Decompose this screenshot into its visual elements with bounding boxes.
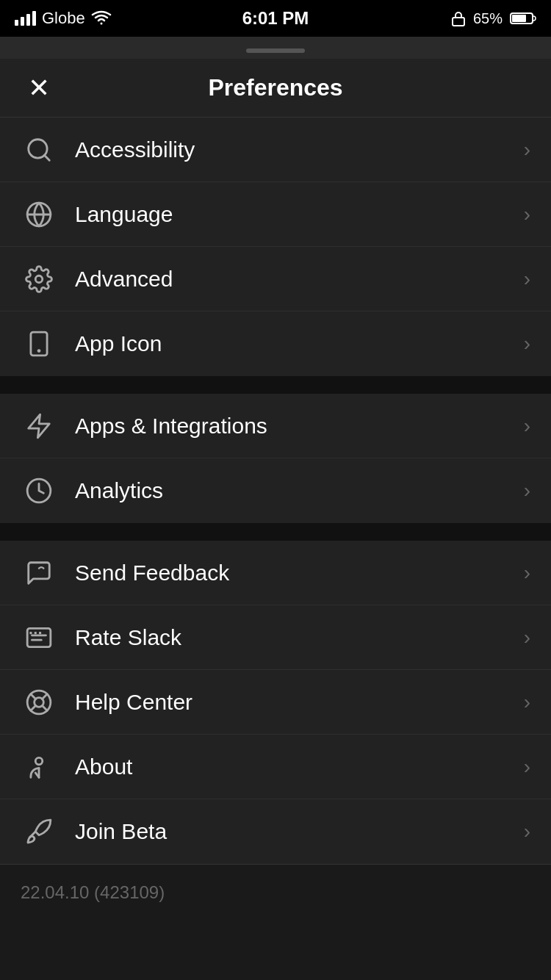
apps-integrations-label: Apps & Integrations [75, 414, 524, 439]
menu-group-3: Send Feedback › Rate Slack › [0, 541, 551, 864]
drag-handle [246, 48, 305, 53]
help-center-label: Help Center [75, 690, 524, 715]
signal-icon [15, 11, 36, 26]
apps-integrations-icon [21, 408, 57, 444]
menu-item-rate-slack[interactable]: Rate Slack › [0, 605, 551, 670]
preferences-header: ✕ Preferences [0, 59, 551, 118]
version-text: 22.04.10 (423109) [21, 882, 165, 902]
svg-rect-0 [453, 18, 464, 26]
join-beta-label: Join Beta [75, 819, 524, 844]
menu-item-help-center[interactable]: Help Center › [0, 670, 551, 735]
menu-item-advanced[interactable]: Advanced › [0, 247, 551, 311]
close-button[interactable]: ✕ [21, 70, 57, 107]
wifi-icon [91, 10, 112, 26]
language-icon [21, 196, 57, 233]
svg-line-20 [31, 693, 36, 699]
menu-item-join-beta[interactable]: Join Beta › [0, 799, 551, 864]
chevron-icon: › [524, 820, 530, 843]
svg-rect-17 [39, 632, 41, 634]
language-label: Language [75, 202, 524, 227]
group-divider-2 [0, 523, 551, 541]
svg-line-22 [42, 693, 47, 699]
app-icon-label: App Icon [75, 331, 524, 356]
chevron-icon: › [524, 691, 530, 714]
chevron-icon: › [524, 332, 530, 356]
chevron-icon: › [524, 561, 530, 585]
accessibility-label: Accessibility [75, 137, 524, 162]
help-center-icon [21, 684, 57, 721]
svg-rect-2 [512, 15, 526, 22]
carrier-label: Globe [42, 9, 85, 28]
advanced-icon [21, 261, 57, 298]
group-divider-1 [0, 376, 551, 394]
time-display: 6:01 PM [242, 8, 309, 29]
svg-line-21 [42, 705, 47, 710]
about-label: About [75, 754, 524, 779]
chevron-icon: › [524, 267, 530, 291]
page-title: Preferences [208, 74, 342, 101]
menu-item-app-icon[interactable]: App Icon › [0, 311, 551, 376]
menu-item-send-feedback[interactable]: Send Feedback › [0, 541, 551, 605]
chevron-icon: › [524, 755, 530, 779]
analytics-label: Analytics [75, 478, 524, 503]
menu-item-about[interactable]: About › [0, 735, 551, 799]
svg-point-24 [35, 757, 43, 765]
menu-item-apps-integrations[interactable]: Apps & Integrations › [0, 394, 551, 458]
analytics-icon [21, 472, 57, 509]
join-beta-icon [21, 813, 57, 850]
menu-group-1: Accessibility › Language › Advanced › [0, 118, 551, 376]
svg-rect-12 [27, 628, 51, 646]
battery-percentage: 65% [473, 10, 503, 27]
chevron-icon: › [524, 203, 530, 226]
chevron-icon: › [524, 479, 530, 502]
menu-group-2: Apps & Integrations › Analytics › [0, 394, 551, 523]
drag-handle-bar [0, 37, 551, 59]
status-bar: Globe 6:01 PM 65% [0, 0, 551, 37]
menu-item-analytics[interactable]: Analytics › [0, 458, 551, 523]
accessibility-icon [21, 131, 57, 168]
advanced-label: Advanced [75, 267, 524, 292]
status-right: 65% [451, 10, 536, 27]
svg-point-7 [35, 275, 43, 283]
close-icon: ✕ [28, 75, 50, 101]
svg-line-23 [31, 705, 36, 710]
status-left: Globe [15, 9, 112, 28]
chevron-icon: › [524, 626, 530, 649]
menu-item-accessibility[interactable]: Accessibility › [0, 118, 551, 182]
rate-slack-label: Rate Slack [75, 625, 524, 650]
lock-icon [451, 10, 466, 26]
about-icon [21, 749, 57, 785]
chevron-icon: › [524, 414, 530, 438]
version-footer: 22.04.10 (423109) [0, 865, 551, 920]
battery-icon [510, 11, 536, 26]
svg-rect-15 [29, 632, 32, 634]
send-feedback-label: Send Feedback [75, 561, 524, 586]
svg-marker-10 [29, 414, 50, 438]
chevron-icon: › [524, 138, 530, 162]
menu-item-language[interactable]: Language › [0, 182, 551, 247]
app-icon-icon [21, 325, 57, 362]
rate-slack-icon [21, 619, 57, 656]
svg-line-4 [44, 155, 49, 160]
send-feedback-icon [21, 555, 57, 591]
svg-rect-16 [35, 632, 37, 634]
